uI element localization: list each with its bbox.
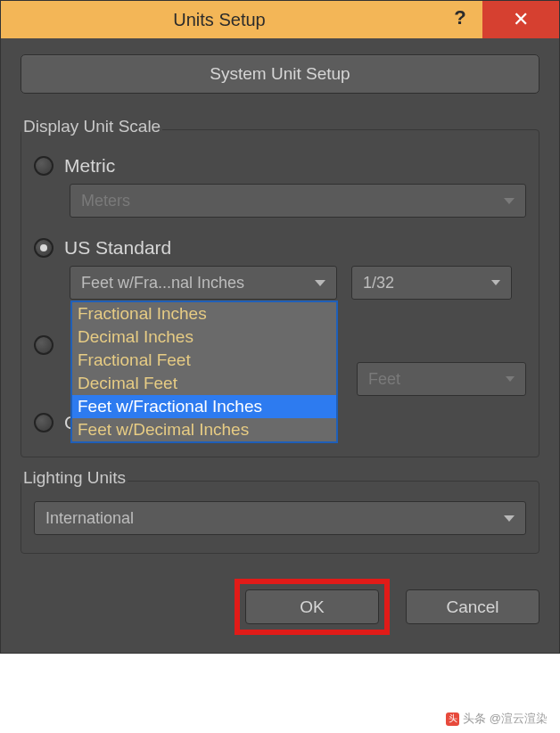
help-button[interactable]: ?	[438, 1, 482, 38]
us-standard-radio-row[interactable]: US Standard	[34, 237, 526, 259]
radio-generic[interactable]	[34, 413, 54, 432]
window-title: Units Setup	[1, 10, 438, 30]
lighting-select-value: International	[45, 509, 497, 528]
ok-button-highlight: OK	[235, 579, 390, 635]
metric-radio-row[interactable]: Metric	[34, 155, 526, 177]
us-fraction-select[interactable]: 1/32	[351, 266, 512, 300]
system-unit-setup-button[interactable]: System Unit Setup	[21, 54, 539, 94]
display-unit-scale-group: Display Unit Scale Metric Meters US Stan…	[21, 129, 539, 457]
lighting-units-label: Lighting Units	[21, 468, 128, 488]
watermark-logo-icon: 头	[446, 712, 459, 726]
us-type-select[interactable]: Feet w/Fra...nal Inches Fractional Inche…	[70, 266, 337, 300]
dialog-buttons: OK Cancel	[1, 564, 559, 653]
titlebar: Units Setup ? ✕	[1, 1, 559, 38]
lighting-select[interactable]: International	[34, 501, 526, 535]
metric-label: Metric	[64, 155, 115, 177]
chevron-down-icon	[504, 198, 515, 204]
chevron-down-icon	[491, 280, 500, 285]
dropdown-option[interactable]: Fractional Feet	[72, 349, 336, 372]
close-icon: ✕	[513, 8, 529, 31]
cancel-button[interactable]: Cancel	[406, 589, 539, 624]
us-standard-label: US Standard	[64, 237, 171, 259]
dropdown-option[interactable]: Decimal Inches	[72, 325, 336, 349]
lighting-units-group: Lighting Units International	[21, 481, 539, 554]
radio-us-standard[interactable]	[34, 238, 54, 258]
default-units-value: Feet	[368, 370, 498, 389]
us-type-select-value: Feet w/Fra...nal Inches	[81, 274, 308, 292]
units-setup-window: Units Setup ? ✕ System Unit Setup Displa…	[0, 0, 560, 654]
watermark: 头 头条 @渲云渲染	[442, 710, 551, 728]
chevron-down-icon	[315, 280, 325, 286]
dropdown-option[interactable]: Feet w/Decimal Inches	[72, 418, 336, 441]
ok-button[interactable]: OK	[245, 589, 379, 624]
dropdown-option[interactable]: Fractional Inches	[72, 302, 336, 325]
chevron-down-icon	[504, 515, 515, 522]
us-fraction-value: 1/32	[363, 274, 484, 292]
dialog-content: System Unit Setup Display Unit Scale Met…	[1, 38, 559, 564]
metric-select-value: Meters	[81, 192, 497, 210]
display-unit-scale-label: Display Unit Scale	[21, 117, 162, 136]
metric-select[interactable]: Meters	[70, 184, 526, 218]
close-button[interactable]: ✕	[482, 1, 559, 38]
default-units-select[interactable]: Feet	[357, 362, 526, 396]
us-type-dropdown-list: Fractional Inches Decimal Inches Fractio…	[70, 301, 338, 443]
radio-metric[interactable]	[34, 156, 54, 176]
radio-custom[interactable]	[34, 335, 54, 355]
watermark-text: 头条 @渲云渲染	[463, 711, 548, 727]
chevron-down-icon	[506, 376, 515, 382]
dropdown-option-selected[interactable]: Feet w/Fractional Inches	[72, 395, 336, 418]
dropdown-option[interactable]: Decimal Feet	[72, 372, 336, 395]
